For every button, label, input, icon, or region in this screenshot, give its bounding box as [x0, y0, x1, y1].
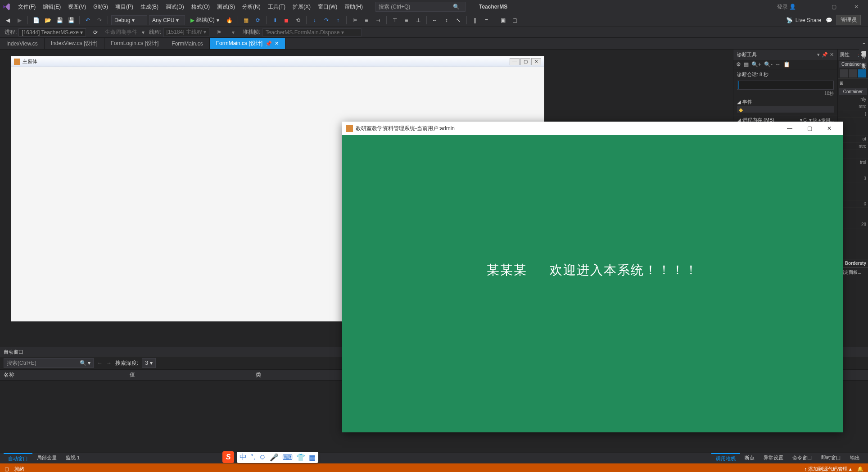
undo-icon[interactable]: ↶ [83, 15, 93, 25]
feedback-icon[interactable]: 💬 [824, 15, 834, 25]
menu-build[interactable]: 生成(B) [137, 1, 162, 13]
zoom-in-icon[interactable]: 🔍+ [751, 61, 761, 68]
align-left-icon[interactable]: ⊫ [350, 15, 360, 25]
thread-dropdown[interactable]: [15184] 主线程 ▾ [163, 27, 210, 37]
browser-link-icon[interactable]: ▦ [241, 15, 251, 25]
btab-command[interactable]: 命令窗口 [788, 453, 817, 463]
menu-view[interactable]: 视图(V) [64, 1, 90, 13]
quick-search[interactable]: 搜索 (Ctrl+Q) 🔍 [375, 2, 466, 12]
menu-format[interactable]: 格式(O) [188, 1, 213, 13]
stop-icon[interactable]: ◼ [281, 15, 291, 25]
process-dropdown[interactable]: [16344] TeacherMS.exe ▾ [18, 28, 86, 36]
continue-button[interactable]: ▶继续(C) ▾ [187, 15, 223, 25]
btab-output[interactable]: 输出 [845, 453, 864, 463]
app-close-button[interactable]: ✕ [819, 122, 839, 135]
menu-tools[interactable]: 工具(T) [264, 1, 289, 13]
refresh-icon[interactable]: ⟳ [253, 15, 263, 25]
thread-filter-icon[interactable]: ▾ [228, 27, 238, 37]
app-minimize-button[interactable]: — [780, 122, 800, 135]
align-right-icon[interactable]: ⫤ [373, 15, 383, 25]
menu-help[interactable]: 帮助(H) [341, 1, 366, 13]
tab-indexview-cs[interactable]: IndexView.cs [0, 38, 45, 49]
tab-formlogin-design[interactable]: FormLogin.cs [设计] [104, 38, 166, 49]
save-all-icon[interactable]: 💾 [66, 15, 76, 25]
select-tools-icon[interactable]: ▦ [744, 61, 749, 68]
liveshare-button[interactable]: Live Share [796, 17, 821, 23]
align-center-icon[interactable]: ≡ [362, 15, 371, 25]
window-close[interactable]: ✕ [847, 0, 865, 14]
depth-dropdown[interactable]: 3 ▾ [142, 358, 156, 368]
nav-next-icon[interactable]: → [106, 360, 112, 366]
nav-fwd-icon[interactable]: ▶ [14, 15, 24, 25]
step-out-icon[interactable]: ↑ [333, 15, 343, 25]
btab-immediate[interactable]: 即时窗口 [817, 453, 845, 463]
gear-icon[interactable]: ⚙ [736, 61, 741, 68]
tab-formmain-cs[interactable]: FormMain.cs [165, 38, 209, 49]
zoom-out-icon[interactable]: 🔍- [764, 61, 773, 68]
right-vertical-tabs[interactable]: 解决方案资源管理器 Git 更改 [859, 44, 868, 63]
ime-emoji-icon[interactable]: ☺ [259, 453, 266, 461]
panel-close-icon[interactable]: ✕ [830, 52, 834, 58]
sogou-logo-icon[interactable]: S [222, 451, 234, 463]
menu-project[interactable]: 项目(P) [112, 1, 137, 13]
restart-icon[interactable]: ⟲ [293, 15, 303, 25]
menu-window[interactable]: 窗口(W) [314, 1, 341, 13]
menu-analyze[interactable]: 分析(N) [239, 1, 264, 13]
window-minimize[interactable]: — [802, 0, 820, 14]
ime-toolbox-icon[interactable]: ▦ [309, 453, 316, 462]
reset-zoom-icon[interactable]: ↔ [775, 61, 781, 68]
tab-indexview-design[interactable]: IndexView.cs [设计] [45, 38, 104, 49]
ime-toolbar[interactable]: S 中 °, ☺ 🎤 ⌨ 👕 ▦ [222, 451, 318, 463]
size-height-icon[interactable]: ↕ [442, 15, 452, 25]
menu-extensions[interactable]: 扩展(X) [289, 1, 314, 13]
stackframe-dropdown[interactable]: TeacherMS.FormMain.Dispose ▾ [262, 28, 362, 36]
col-name[interactable]: 名称 [4, 371, 130, 379]
window-maximize[interactable]: ▢ [825, 0, 843, 14]
ime-skin-icon[interactable]: 👕 [296, 453, 305, 462]
bring-front-icon[interactable]: ▣ [498, 15, 508, 25]
tab-formmain-design[interactable]: FormMain.cs [设计] 📌✕ [210, 38, 285, 49]
close-icon[interactable]: ✕ [275, 41, 279, 46]
align-bottom-icon[interactable]: ⊥ [413, 15, 423, 25]
vtab-git-changes[interactable]: Git 更改 [860, 52, 867, 60]
login-link[interactable]: 登录 👤 [775, 1, 798, 13]
vspace-icon[interactable]: = [482, 15, 492, 25]
nav-prev-icon[interactable]: ← [97, 360, 103, 366]
btab-exceptions[interactable]: 异常设置 [759, 453, 788, 463]
open-icon[interactable]: 📂 [43, 15, 53, 25]
menu-git[interactable]: Git(G) [90, 2, 112, 12]
btab-callstack[interactable]: 调用堆栈 [711, 453, 740, 463]
hspace-icon[interactable]: ‖ [470, 15, 480, 25]
btab-breakpoints[interactable]: 断点 [740, 453, 759, 463]
col-value[interactable]: 值 [130, 371, 256, 379]
btab-autos[interactable]: 自动窗口 [4, 453, 32, 463]
hot-reload-icon[interactable]: 🔥 [225, 15, 235, 25]
menu-file[interactable]: 文件(F) [14, 1, 39, 13]
app-titlebar[interactable]: 教研室教学资料管理系统-当前用户:admin — ▢ ✕ [342, 122, 843, 135]
ime-voice-icon[interactable]: 🎤 [270, 453, 279, 462]
status-notifications-icon[interactable]: 🔔 [857, 466, 863, 472]
platform-dropdown[interactable]: Any CPU ▾ [149, 15, 185, 25]
config-dropdown[interactable]: Debug ▾ [111, 15, 147, 25]
diag-timeline[interactable] [737, 81, 834, 90]
prop-cat-icon[interactable] [840, 69, 848, 77]
menu-debug[interactable]: 调试(D) [162, 1, 188, 13]
btab-watch1[interactable]: 监视 1 [61, 453, 84, 463]
flag-filter-icon[interactable]: ⚑ [214, 27, 224, 37]
size-width-icon[interactable]: ↔ [430, 15, 440, 25]
align-top-icon[interactable]: ⊤ [390, 15, 400, 25]
align-middle-icon[interactable]: ≡ [402, 15, 411, 25]
btab-locals[interactable]: 局部变量 [32, 453, 61, 463]
menu-edit[interactable]: 编辑(E) [39, 1, 64, 13]
status-source-control[interactable]: ↑ 添加到源代码管理 ▴ [804, 466, 852, 472]
step-over-icon[interactable]: ↷ [321, 15, 331, 25]
prop-events-icon[interactable] [858, 69, 866, 77]
send-back-icon[interactable]: ▢ [510, 15, 520, 25]
menu-test[interactable]: 测试(S) [213, 1, 239, 13]
nav-back-icon[interactable]: ◀ [3, 15, 13, 25]
break-all-icon[interactable]: ⏸ [270, 15, 280, 25]
panel-dropdown-icon[interactable]: ▾ [817, 52, 820, 58]
redo-icon[interactable]: ↷ [95, 15, 104, 25]
app-maximize-button[interactable]: ▢ [800, 122, 819, 135]
ime-punct-icon[interactable]: °, [250, 453, 255, 461]
